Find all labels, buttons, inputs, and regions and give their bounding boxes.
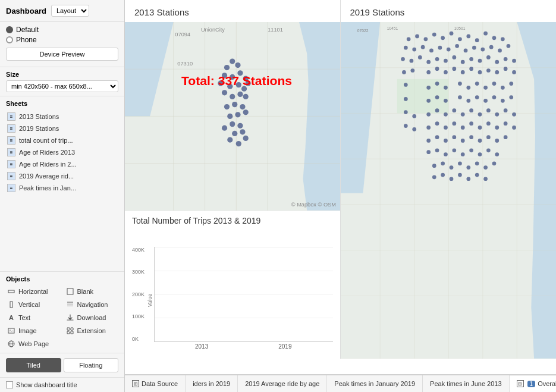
layout-select[interactable]: Layout [51, 5, 89, 17]
svg-point-114 [469, 67, 473, 71]
sheet-item-2013-stations[interactable]: ≡ 2013 Stations [6, 111, 118, 123]
svg-point-166 [503, 121, 507, 126]
svg-point-92 [506, 44, 510, 48]
tab-overall-growth[interactable]: ⊞ 1 Overall Growth [510, 376, 556, 392]
tiled-button[interactable]: Tiled [6, 358, 61, 372]
phone-radio[interactable]: Phone [6, 36, 118, 44]
svg-rect-5 [67, 306, 73, 307]
sheet-item-peak-jan[interactable]: ≡ Peak times in Jan... [6, 182, 118, 194]
svg-point-72 [441, 36, 445, 40]
svg-point-42 [237, 123, 243, 128]
svg-point-138 [483, 99, 488, 103]
svg-point-91 [498, 49, 502, 53]
map-2019: 07022 10451 10501 07047 07087 Union City… [341, 22, 557, 359]
tab-data-source[interactable]: ⊞ Data Source [125, 375, 186, 392]
vertical-label: Vertical [18, 301, 40, 308]
grid-400 [155, 247, 332, 247]
svg-point-136 [466, 99, 470, 103]
object-blank[interactable]: Blank [65, 286, 119, 297]
svg-point-45 [240, 129, 245, 134]
object-webpage[interactable]: Web Page [6, 338, 60, 349]
right-panel-title: 2019 Stations [341, 0, 557, 22]
y-axis: 400K 300K 200K 100K 0K [132, 247, 145, 354]
svg-point-105 [503, 57, 507, 61]
svg-point-43 [222, 126, 227, 131]
svg-point-156 [412, 127, 416, 131]
svg-rect-1 [67, 288, 73, 294]
floating-button[interactable]: Floating [64, 358, 119, 372]
object-vertical[interactable]: Vertical [6, 299, 60, 310]
y-label-300k: 300K [132, 269, 145, 275]
svg-point-124 [458, 81, 462, 86]
svg-point-48 [243, 136, 249, 141]
tab-avg-ride-label: 2019 Average ride by age [245, 380, 319, 387]
svg-point-120 [403, 83, 407, 87]
content-area: 2013 Stations [125, 0, 556, 392]
tab-avg-ride-age[interactable]: 2019 Average ride by age [238, 375, 327, 392]
svg-point-172 [460, 139, 464, 143]
svg-point-87 [463, 49, 467, 53]
svg-point-116 [486, 68, 491, 73]
svg-text:07022: 07022 [357, 29, 368, 33]
show-title-checkbox[interactable] [6, 381, 13, 388]
default-radio[interactable]: Default [6, 26, 118, 34]
svg-point-126 [475, 81, 479, 86]
y-label-0k: 0K [132, 336, 145, 342]
sheet-item-age-2019[interactable]: ≡ Age of Riders in 2... [6, 158, 118, 170]
svg-point-34 [243, 94, 249, 99]
svg-point-155 [403, 124, 407, 128]
object-horizontal[interactable]: Horizontal [6, 286, 60, 297]
svg-point-90 [489, 45, 493, 49]
svg-point-139 [492, 95, 496, 99]
tab-riders-2019[interactable]: iders in 2019 [186, 375, 238, 392]
svg-point-36 [224, 104, 230, 109]
data-source-icon: ⊞ [132, 380, 139, 387]
svg-point-76 [475, 38, 479, 42]
svg-point-31 [222, 90, 227, 95]
sheet-item-2019-stations[interactable]: ≡ 2019 Stations [6, 123, 118, 134]
svg-point-131 [403, 97, 407, 101]
object-download[interactable]: Download [65, 312, 119, 323]
dashboard-canvas: 2013 Stations [125, 0, 556, 374]
svg-point-113 [460, 70, 464, 74]
svg-point-97 [435, 57, 439, 61]
svg-point-112 [452, 67, 456, 71]
svg-point-147 [452, 108, 456, 112]
device-radio-group: Default Phone [6, 26, 118, 44]
svg-point-68 [406, 37, 410, 41]
chart-bars-area: 2013 2019 [154, 247, 332, 354]
svg-point-46 [227, 137, 233, 142]
tab-peak-jan[interactable]: Peak times in January 2019 [327, 375, 423, 392]
object-navigation[interactable]: Navigation [65, 299, 119, 310]
webpage-icon [7, 340, 15, 348]
right-column: 2019 Stations [341, 0, 557, 359]
grid-300 [155, 271, 332, 271]
horizontal-icon [7, 287, 15, 296]
sheet-item-avg-ride[interactable]: ≡ 2019 Average rid... [6, 170, 118, 182]
sheet-icon-avgride: ≡ [7, 172, 15, 180]
svg-point-170 [444, 139, 448, 143]
svg-point-104 [495, 60, 499, 64]
svg-point-171 [452, 135, 456, 139]
sheet-item-age-2013[interactable]: ≡ Age of Riders 2013 [6, 146, 118, 158]
extension-icon [66, 327, 74, 335]
svg-point-106 [512, 59, 516, 63]
object-image[interactable]: Image [6, 325, 60, 336]
tab-peak-june[interactable]: Peak times in June 2013 [423, 375, 509, 392]
show-title-label: Show dashboard title [16, 381, 77, 388]
svg-point-198 [458, 173, 462, 177]
device-preview-button[interactable]: Device Preview [6, 48, 118, 61]
svg-point-122 [435, 81, 439, 86]
x-axis-labels: 2013 2019 [154, 342, 332, 354]
svg-point-197 [449, 177, 453, 181]
svg-point-132 [426, 99, 431, 103]
svg-point-143 [412, 114, 416, 118]
svg-rect-4 [67, 304, 73, 305]
svg-point-82 [420, 45, 425, 49]
svg-point-84 [438, 46, 442, 50]
sheet-item-total-trips[interactable]: ≡ total count of trip... [6, 134, 118, 146]
object-extension[interactable]: Extension [65, 325, 119, 336]
size-select[interactable]: min 420x560 - max 650x8... [6, 80, 118, 92]
object-text[interactable]: A Text [6, 312, 60, 323]
svg-point-190 [458, 161, 462, 165]
